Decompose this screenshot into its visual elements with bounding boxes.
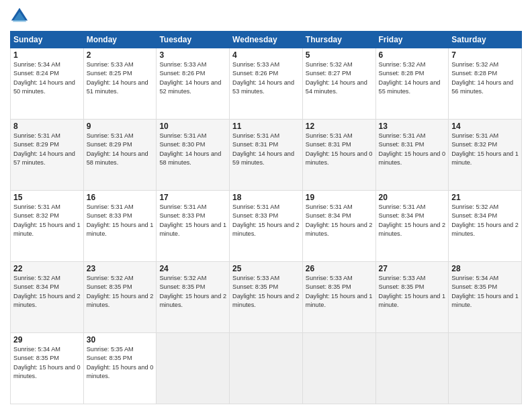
day-number: 16 bbox=[87, 193, 154, 202]
calendar-cell: 3 Sunrise: 5:33 AMSunset: 8:26 PMDayligh… bbox=[157, 48, 230, 120]
day-info: Sunrise: 5:33 AMSunset: 8:35 PMDaylight:… bbox=[232, 274, 300, 310]
weekday-header-row: SundayMondayTuesdayWednesdayThursdayFrid… bbox=[11, 32, 522, 48]
day-number: 14 bbox=[451, 122, 519, 131]
day-info: Sunrise: 5:31 AMSunset: 8:31 PMDaylight:… bbox=[232, 132, 300, 167]
day-info: Sunrise: 5:33 AMSunset: 8:35 PMDaylight:… bbox=[379, 274, 446, 310]
day-info: Sunrise: 5:34 AMSunset: 8:35 PMDaylight:… bbox=[13, 345, 81, 381]
calendar-cell: 13 Sunrise: 5:31 AMSunset: 8:31 PMDaylig… bbox=[375, 120, 449, 191]
day-number: 8 bbox=[13, 122, 81, 131]
day-number: 2 bbox=[87, 50, 154, 60]
calendar-cell: 5 Sunrise: 5:32 AMSunset: 8:27 PMDayligh… bbox=[302, 48, 375, 120]
calendar-cell bbox=[157, 333, 230, 404]
weekday-tuesday: Tuesday bbox=[157, 32, 230, 48]
weekday-friday: Friday bbox=[375, 32, 449, 48]
day-number: 20 bbox=[379, 193, 446, 202]
calendar-cell: 16 Sunrise: 5:31 AMSunset: 8:33 PMDaylig… bbox=[83, 191, 157, 262]
day-number: 1 bbox=[13, 50, 81, 60]
calendar-cell: 1 Sunrise: 5:34 AMSunset: 8:24 PMDayligh… bbox=[11, 48, 84, 120]
calendar-cell: 9 Sunrise: 5:31 AMSunset: 8:29 PMDayligh… bbox=[83, 120, 157, 191]
day-info: Sunrise: 5:31 AMSunset: 8:29 PMDaylight:… bbox=[87, 132, 154, 167]
day-number: 18 bbox=[232, 193, 300, 202]
day-info: Sunrise: 5:34 AMSunset: 8:35 PMDaylight:… bbox=[451, 274, 519, 310]
calendar-cell: 27 Sunrise: 5:33 AMSunset: 8:35 PMDaylig… bbox=[375, 262, 449, 333]
day-info: Sunrise: 5:31 AMSunset: 8:30 PMDaylight:… bbox=[159, 132, 226, 167]
day-info: Sunrise: 5:33 AMSunset: 8:26 PMDaylight:… bbox=[232, 60, 300, 96]
day-number: 28 bbox=[451, 264, 519, 273]
day-number: 19 bbox=[306, 193, 373, 202]
weekday-monday: Monday bbox=[83, 32, 157, 48]
day-info: Sunrise: 5:31 AMSunset: 8:34 PMDaylight:… bbox=[306, 203, 373, 238]
day-info: Sunrise: 5:31 AMSunset: 8:32 PMDaylight:… bbox=[13, 203, 81, 238]
day-number: 9 bbox=[87, 122, 154, 131]
calendar-week-5: 29 Sunrise: 5:34 AMSunset: 8:35 PMDaylig… bbox=[11, 333, 522, 404]
weekday-sunday: Sunday bbox=[11, 32, 84, 48]
day-number: 22 bbox=[13, 264, 81, 273]
day-number: 24 bbox=[159, 264, 226, 273]
calendar-cell: 25 Sunrise: 5:33 AMSunset: 8:35 PMDaylig… bbox=[230, 262, 303, 333]
day-info: Sunrise: 5:33 AMSunset: 8:25 PMDaylight:… bbox=[87, 60, 154, 96]
day-number: 25 bbox=[232, 264, 300, 273]
calendar-cell: 23 Sunrise: 5:32 AMSunset: 8:35 PMDaylig… bbox=[83, 262, 157, 333]
header bbox=[10, 7, 522, 26]
day-number: 7 bbox=[451, 50, 519, 60]
calendar-cell: 14 Sunrise: 5:31 AMSunset: 8:32 PMDaylig… bbox=[449, 120, 522, 191]
calendar-cell: 11 Sunrise: 5:31 AMSunset: 8:31 PMDaylig… bbox=[230, 120, 303, 191]
day-number: 13 bbox=[379, 122, 446, 131]
day-info: Sunrise: 5:32 AMSunset: 8:34 PMDaylight:… bbox=[13, 274, 81, 310]
day-number: 11 bbox=[232, 122, 300, 131]
calendar-week-4: 22 Sunrise: 5:32 AMSunset: 8:34 PMDaylig… bbox=[11, 262, 522, 333]
day-number: 26 bbox=[306, 264, 373, 273]
day-info: Sunrise: 5:31 AMSunset: 8:31 PMDaylight:… bbox=[306, 132, 373, 167]
calendar-cell bbox=[230, 333, 303, 404]
calendar-cell: 22 Sunrise: 5:32 AMSunset: 8:34 PMDaylig… bbox=[11, 262, 84, 333]
day-number: 21 bbox=[451, 193, 519, 202]
calendar-week-3: 15 Sunrise: 5:31 AMSunset: 8:32 PMDaylig… bbox=[11, 191, 522, 262]
weekday-thursday: Thursday bbox=[302, 32, 375, 48]
day-info: Sunrise: 5:31 AMSunset: 8:32 PMDaylight:… bbox=[451, 132, 519, 167]
calendar-cell bbox=[449, 333, 522, 404]
calendar-cell bbox=[302, 333, 375, 404]
calendar-cell: 28 Sunrise: 5:34 AMSunset: 8:35 PMDaylig… bbox=[449, 262, 522, 333]
weekday-wednesday: Wednesday bbox=[230, 32, 303, 48]
calendar-cell: 7 Sunrise: 5:32 AMSunset: 8:28 PMDayligh… bbox=[449, 48, 522, 120]
calendar-cell: 2 Sunrise: 5:33 AMSunset: 8:25 PMDayligh… bbox=[83, 48, 157, 120]
day-number: 27 bbox=[379, 264, 446, 273]
day-info: Sunrise: 5:31 AMSunset: 8:33 PMDaylight:… bbox=[232, 203, 300, 238]
day-info: Sunrise: 5:35 AMSunset: 8:35 PMDaylight:… bbox=[87, 345, 154, 381]
calendar-cell: 10 Sunrise: 5:31 AMSunset: 8:30 PMDaylig… bbox=[157, 120, 230, 191]
calendar-cell: 30 Sunrise: 5:35 AMSunset: 8:35 PMDaylig… bbox=[83, 333, 157, 404]
day-number: 29 bbox=[13, 335, 81, 345]
logo bbox=[10, 7, 32, 26]
day-info: Sunrise: 5:31 AMSunset: 8:34 PMDaylight:… bbox=[379, 203, 446, 238]
calendar-cell: 26 Sunrise: 5:33 AMSunset: 8:35 PMDaylig… bbox=[302, 262, 375, 333]
day-number: 15 bbox=[13, 193, 81, 202]
day-info: Sunrise: 5:32 AMSunset: 8:34 PMDaylight:… bbox=[451, 203, 519, 238]
calendar-cell: 4 Sunrise: 5:33 AMSunset: 8:26 PMDayligh… bbox=[230, 48, 303, 120]
day-info: Sunrise: 5:32 AMSunset: 8:28 PMDaylight:… bbox=[451, 60, 519, 96]
weekday-saturday: Saturday bbox=[449, 32, 522, 48]
calendar-cell: 8 Sunrise: 5:31 AMSunset: 8:29 PMDayligh… bbox=[11, 120, 84, 191]
calendar-cell: 19 Sunrise: 5:31 AMSunset: 8:34 PMDaylig… bbox=[302, 191, 375, 262]
calendar-cell: 15 Sunrise: 5:31 AMSunset: 8:32 PMDaylig… bbox=[11, 191, 84, 262]
day-info: Sunrise: 5:32 AMSunset: 8:28 PMDaylight:… bbox=[379, 60, 446, 96]
day-info: Sunrise: 5:33 AMSunset: 8:26 PMDaylight:… bbox=[159, 60, 226, 96]
calendar-cell: 24 Sunrise: 5:32 AMSunset: 8:35 PMDaylig… bbox=[157, 262, 230, 333]
calendar-cell: 18 Sunrise: 5:31 AMSunset: 8:33 PMDaylig… bbox=[230, 191, 303, 262]
calendar-cell: 29 Sunrise: 5:34 AMSunset: 8:35 PMDaylig… bbox=[11, 333, 84, 404]
day-info: Sunrise: 5:31 AMSunset: 8:33 PMDaylight:… bbox=[159, 203, 226, 238]
day-number: 3 bbox=[159, 50, 226, 60]
day-number: 30 bbox=[87, 335, 154, 345]
calendar-cell: 6 Sunrise: 5:32 AMSunset: 8:28 PMDayligh… bbox=[375, 48, 449, 120]
day-info: Sunrise: 5:32 AMSunset: 8:35 PMDaylight:… bbox=[159, 274, 226, 310]
day-number: 4 bbox=[232, 50, 300, 60]
day-info: Sunrise: 5:34 AMSunset: 8:24 PMDaylight:… bbox=[13, 60, 81, 96]
day-info: Sunrise: 5:31 AMSunset: 8:31 PMDaylight:… bbox=[379, 132, 446, 167]
day-number: 12 bbox=[306, 122, 373, 131]
calendar-week-1: 1 Sunrise: 5:34 AMSunset: 8:24 PMDayligh… bbox=[11, 48, 522, 120]
page: SundayMondayTuesdayWednesdayThursdayFrid… bbox=[0, 0, 532, 411]
day-number: 6 bbox=[379, 50, 446, 60]
day-number: 5 bbox=[306, 50, 373, 60]
calendar-cell: 17 Sunrise: 5:31 AMSunset: 8:33 PMDaylig… bbox=[157, 191, 230, 262]
day-number: 10 bbox=[159, 122, 226, 131]
logo-icon bbox=[10, 7, 29, 26]
